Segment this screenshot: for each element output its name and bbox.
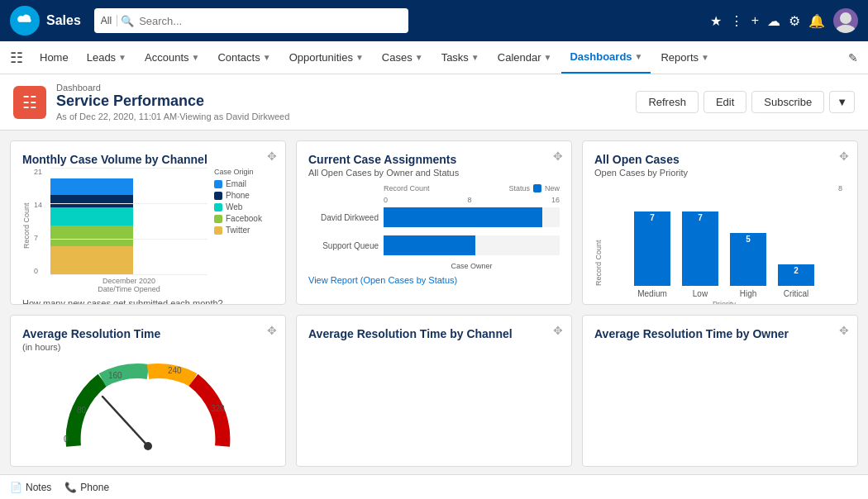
widget3-title: All Open Cases xyxy=(594,153,846,166)
gauge-label-320: 320 xyxy=(211,404,225,413)
widget-current-case-assignments: Current Case Assignments All Open Cases … xyxy=(296,140,572,305)
svg-point-0 xyxy=(840,12,851,24)
vbar-high: 5 High xyxy=(730,233,766,298)
y-tick-21: 21 xyxy=(34,168,47,176)
vbar-critical-val: 2 xyxy=(794,264,799,275)
dashboard-icon: ☷ xyxy=(13,86,46,119)
legend-phone: Phone xyxy=(214,191,274,200)
refresh-button[interactable]: Refresh xyxy=(636,91,699,113)
widget3-chart-wrapper: Record Count 8 7 Medium 7 Low xyxy=(594,184,846,305)
widget4-expand-icon[interactable]: ✥ xyxy=(267,324,277,337)
search-bar[interactable]: All 🔍 xyxy=(94,8,408,33)
widget2-footer-link[interactable]: View Report (Open Cases by Status) xyxy=(308,275,560,285)
subscribe-button[interactable]: Subscribe xyxy=(751,91,824,113)
gauge-center-dot xyxy=(144,442,152,450)
widget6-expand-icon[interactable]: ✥ xyxy=(839,324,849,337)
stacked-bar-group xyxy=(50,168,207,275)
widget2-subtitle: All Open Cases by Owner and Status xyxy=(308,168,560,178)
menu-home[interactable]: Home xyxy=(31,41,77,74)
stacked-bar[interactable] xyxy=(50,178,133,275)
gridline-bottom xyxy=(50,274,207,275)
widget3-y-axis-label: Record Count xyxy=(594,217,603,305)
salesforce-logo[interactable] xyxy=(10,6,40,36)
legend-title: Case Origin xyxy=(214,168,274,176)
legend-phone-dot xyxy=(214,192,222,200)
widget4-subtitle: (in hours) xyxy=(22,342,274,352)
x-tick-16: 16 xyxy=(551,196,560,204)
gauge-label-160: 160 xyxy=(108,371,122,380)
edit-button[interactable]: Edit xyxy=(703,91,746,113)
y-ticks: 21 14 7 0 xyxy=(34,168,47,275)
menu-accounts[interactable]: Accounts ▼ xyxy=(136,41,207,74)
widget2-expand-icon[interactable]: ✥ xyxy=(553,150,563,163)
menu-opportunities[interactable]: Opportunities ▼ xyxy=(281,41,372,74)
widget1-expand-icon[interactable]: ✥ xyxy=(267,150,277,163)
widget1-x-label: December 2020 xyxy=(50,277,207,285)
bar-facebook xyxy=(50,226,133,246)
dashboard-icon-glyph: ☷ xyxy=(22,93,37,112)
legend-facebook-dot xyxy=(214,215,222,223)
widget3-expand-icon[interactable]: ✥ xyxy=(839,150,849,163)
phone-button[interactable]: 📞 Phone xyxy=(64,482,109,493)
x-tick-0: 0 xyxy=(384,196,388,204)
bottom-bar: 📄 Notes 📞 Phone xyxy=(0,474,868,499)
help-icon[interactable]: ☁ xyxy=(767,13,780,29)
favorites-icon[interactable]: ★ xyxy=(710,13,722,29)
widget2-status-legend: Status New xyxy=(508,184,560,192)
leads-chevron: ▼ xyxy=(118,53,126,62)
hbar-david-bar xyxy=(384,207,542,227)
menu-leads[interactable]: Leads ▼ xyxy=(79,41,135,74)
notes-button[interactable]: 📄 Notes xyxy=(10,482,51,493)
vbar-medium: 7 Medium xyxy=(634,211,670,298)
gauge-svg: 0 80 160 240 320 xyxy=(57,355,239,454)
phone-icon: 📞 xyxy=(64,482,77,493)
edit-nav-icon[interactable]: ✎ xyxy=(848,51,858,64)
cases-chevron: ▼ xyxy=(415,53,423,62)
menu-calendar[interactable]: Calendar ▼ xyxy=(489,41,560,74)
widget1-bar-container: 21 14 7 0 xyxy=(34,168,207,293)
widget5-empty xyxy=(308,342,560,408)
gear-icon[interactable]: ⚙ xyxy=(789,13,800,29)
vbar-critical: 2 Critical xyxy=(778,264,814,298)
dashboard-actions: Refresh Edit Subscribe ▼ xyxy=(636,91,855,113)
add-icon[interactable]: + xyxy=(751,13,759,28)
gridline-2 xyxy=(50,203,207,204)
hbar-row-david: David Dirkweed xyxy=(308,207,560,227)
waffle-icon[interactable]: ⋮ xyxy=(730,13,743,29)
hbar-support-container xyxy=(384,235,560,255)
widget5-expand-icon[interactable]: ✥ xyxy=(553,324,563,337)
hbar-david-label: David Dirkweed xyxy=(308,213,379,222)
user-avatar[interactable] xyxy=(833,8,858,33)
menu-contacts[interactable]: Contacts ▼ xyxy=(209,41,279,74)
legend-phone-label: Phone xyxy=(226,191,250,200)
search-input[interactable] xyxy=(139,15,402,27)
dashboard-header: ☷ Dashboard Service Performance As of De… xyxy=(0,74,868,131)
widget4-title: Average Resolution Time xyxy=(22,327,274,340)
widget3-subtitle: Open Cases by Priority xyxy=(594,168,846,178)
widget2-x-ticks: 0 8 16 xyxy=(384,196,560,204)
gauge-needle xyxy=(103,397,148,446)
vbar-critical-bar: 2 xyxy=(778,264,814,286)
widget1-x-axis-title: Date/Time Opened xyxy=(50,285,207,293)
cloud-icon xyxy=(16,12,34,30)
legend-facebook: Facebook xyxy=(214,214,274,223)
legend-web-label: Web xyxy=(226,202,242,211)
y-tick-14: 14 xyxy=(34,201,47,209)
search-all-toggle[interactable]: All xyxy=(101,15,117,26)
legend-twitter-label: Twitter xyxy=(226,226,250,235)
widget1-legend: Case Origin Email Phone Web Facebook xyxy=(207,168,274,293)
menu-cases[interactable]: Cases ▼ xyxy=(374,41,432,74)
widget-avg-resolution-by-owner: Average Resolution Time by Owner ✥ xyxy=(582,315,858,467)
menu-dashboards[interactable]: Dashboards ▼ xyxy=(561,41,651,74)
menu-tasks[interactable]: Tasks ▼ xyxy=(433,41,488,74)
grid-icon[interactable]: ☷ xyxy=(10,49,23,67)
more-actions-button[interactable]: ▼ xyxy=(829,91,855,113)
legend-twitter: Twitter xyxy=(214,226,274,235)
vbar-medium-val: 7 xyxy=(650,211,655,222)
menu-reports[interactable]: Reports ▼ xyxy=(652,41,717,74)
widget-avg-resolution-by-channel: Average Resolution Time by Channel ✥ xyxy=(296,315,572,467)
status-new-dot xyxy=(533,184,541,192)
bell-icon[interactable]: 🔔 xyxy=(808,13,825,29)
hbar-support-label: Support Queue xyxy=(308,241,379,250)
calendar-chevron: ▼ xyxy=(544,53,552,62)
